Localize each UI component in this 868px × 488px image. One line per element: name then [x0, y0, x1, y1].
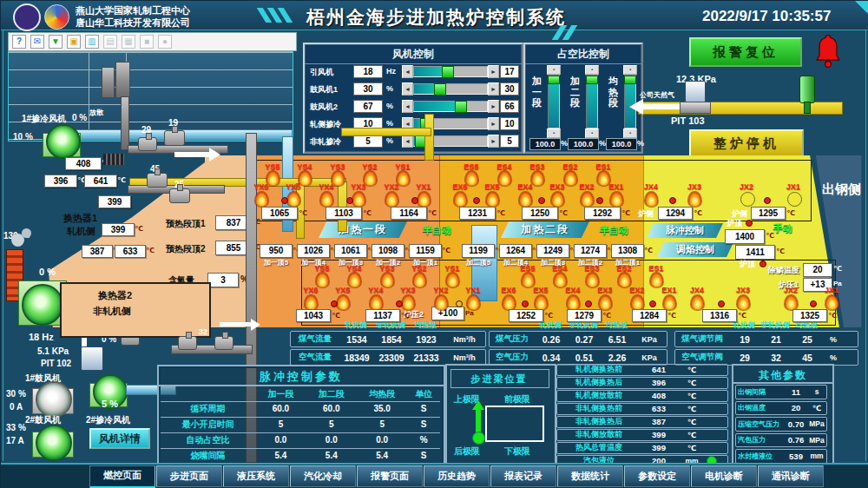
fan-slider-track[interactable] — [413, 66, 488, 77]
blower1-icon[interactable] — [36, 381, 72, 418]
slider-left-arrow[interactable]: ◄ — [402, 100, 413, 113]
pit102-tag: PIT 102 — [41, 359, 71, 368]
grid-icon[interactable]: ▦ — [122, 35, 135, 49]
temp-list-label: 非轧侧换热后 — [557, 416, 641, 427]
university-logo — [13, 3, 41, 31]
slider-down-arrow[interactable]: ▪ — [585, 129, 599, 138]
slider-right-arrow[interactable]: ► — [488, 82, 499, 96]
fan-setpoint-value[interactable]: 67 — [353, 100, 383, 113]
duty-slider-track[interactable] — [586, 75, 598, 129]
pressure-table: 轧机侧非轧机侧均热段煤气压力0.260.276.51KPa空气压力0.340.5… — [489, 320, 667, 367]
slider-up-arrow[interactable]: ▪ — [547, 65, 561, 75]
slider-handle[interactable] — [548, 76, 560, 84]
slider-handle[interactable] — [624, 76, 636, 84]
slider-handle[interactable] — [455, 101, 467, 113]
param-label: 出钢温度 — [736, 403, 785, 412]
roof-temp-label: 加二顶5 — [458, 258, 498, 267]
nav-tab-11[interactable]: 通讯诊断 — [758, 465, 824, 487]
burner-label-YX4: YX4 — [363, 286, 389, 294]
nav-tab-8[interactable]: 数据统计 — [557, 465, 623, 487]
roof2-temp: 1411 — [735, 245, 775, 260]
burner-off-icon — [740, 192, 755, 207]
row-value: 1854 — [374, 334, 409, 345]
flame-control-banner[interactable]: 调焰控制 — [657, 242, 733, 257]
nav-tab-4[interactable]: 汽化冷却 — [290, 465, 356, 487]
slider-left-arrow[interactable]: ◄ — [402, 65, 413, 78]
burner-status-dot — [810, 300, 817, 307]
temp-408: 408 — [65, 157, 102, 170]
slider-left-arrow[interactable]: ◄ — [402, 135, 413, 148]
chimney-open-pct: 0 % — [39, 267, 56, 277]
export-icon[interactable]: ■ — [140, 35, 154, 49]
gas-valve-icon[interactable] — [799, 76, 815, 103]
blower1-pct: 30 % — [6, 389, 26, 399]
nav-tab-1[interactable]: 燃控页面 — [89, 465, 155, 488]
pulse-row: 自动占空比0.00.00.0% — [161, 432, 440, 448]
nav-tab-6[interactable]: 历史趋势 — [424, 465, 490, 487]
valve-icon[interactable] — [178, 336, 197, 350]
slider-down-arrow[interactable]: ▪ — [547, 129, 561, 138]
heat2-banner[interactable]: 加热二段 — [501, 221, 589, 238]
pulse-row-value: 5.4 — [357, 449, 407, 464]
fan-control-title: 风机控制 — [305, 47, 522, 64]
heat1-banner[interactable]: 加热一段 — [319, 221, 407, 238]
valve-icon[interactable] — [169, 188, 190, 203]
slider-down-arrow[interactable]: ▪ — [623, 129, 637, 138]
burner-temp-value: 1065 — [261, 207, 298, 220]
valve-icon[interactable] — [138, 137, 157, 151]
slider-up-arrow[interactable]: ▪ — [623, 65, 637, 75]
blower2-amps: 17 A — [6, 436, 24, 445]
slider-handle[interactable] — [434, 83, 446, 96]
beam-arrow-bar — [476, 409, 481, 433]
blower2-icon[interactable] — [36, 425, 72, 461]
pulse-control-banner[interactable]: 脉冲控制 — [647, 223, 723, 238]
fan-setpoint-value[interactable]: 5 — [353, 135, 383, 148]
download-icon[interactable]: ▼ — [49, 35, 62, 49]
fan-row-label: 鼓风机1 — [310, 84, 338, 96]
burner-label-YX1: YX1 — [411, 182, 437, 191]
nav-tab-9[interactable]: 参数设定 — [624, 465, 690, 487]
fan-setpoint-value[interactable]: 30 — [353, 82, 383, 96]
toolbar: ?✉▼▣▥▤▦■● — [8, 32, 297, 51]
nav-tab-2[interactable]: 步进页面 — [156, 465, 222, 487]
help-icon[interactable]: ? — [12, 35, 26, 49]
slider-right-arrow[interactable]: ► — [488, 135, 499, 148]
temp-list-value: 387 — [641, 417, 677, 426]
report-icon[interactable]: ▤ — [103, 35, 117, 49]
nav-tab-7[interactable]: 报表记录 — [490, 465, 556, 487]
slider-right-arrow[interactable]: ► — [488, 65, 499, 78]
param-value: 539 — [785, 452, 807, 461]
fan-setpoint-value[interactable]: 18 — [353, 65, 383, 78]
nav-tab-5[interactable]: 报警页面 — [357, 465, 423, 487]
burner-flame-icon — [454, 192, 467, 207]
slider-up-arrow[interactable]: ▪ — [585, 65, 599, 75]
duty-slider-track[interactable] — [548, 75, 560, 129]
lock-icon[interactable]: ● — [158, 35, 172, 49]
fan-details-button[interactable]: 风机详情 — [89, 428, 150, 449]
nav-tab-10[interactable]: 电机诊断 — [691, 465, 757, 487]
valve-icon[interactable] — [214, 336, 233, 350]
valve-icon[interactable] — [164, 130, 185, 146]
fan-slider-track[interactable] — [413, 83, 488, 95]
idfan-icon[interactable] — [22, 284, 63, 326]
slider-left-arrow[interactable]: ◄ — [402, 82, 413, 96]
fan1-icon[interactable] — [46, 124, 81, 159]
send-icon[interactable]: ✉ — [30, 35, 44, 49]
unit-celsius: ℃ — [428, 209, 437, 217]
chart-icon[interactable]: ▥ — [85, 35, 99, 49]
slider-handle[interactable] — [586, 76, 598, 84]
burner-temp-value: 1103 — [326, 207, 362, 220]
folder-icon[interactable]: ▣ — [67, 35, 81, 49]
unit-celsius: ℃ — [694, 209, 702, 217]
furnace-stop-button[interactable]: 整炉停机 — [689, 129, 804, 158]
slider-right-arrow[interactable]: ► — [488, 117, 499, 130]
valve-icon[interactable] — [147, 173, 168, 188]
fan-slider-track[interactable] — [413, 101, 488, 112]
temp-list-row: 轧机侧换热前641℃ — [556, 364, 728, 376]
unit-celsius: ℃ — [738, 312, 746, 320]
slider-right-arrow[interactable]: ► — [488, 100, 499, 113]
slider-handle[interactable] — [442, 66, 454, 78]
alarm-reset-button[interactable]: 报警复位 — [689, 37, 802, 67]
burner-label-JX3: JX3 — [730, 286, 756, 294]
nav-tab-3[interactable]: 液压系统 — [223, 465, 289, 487]
